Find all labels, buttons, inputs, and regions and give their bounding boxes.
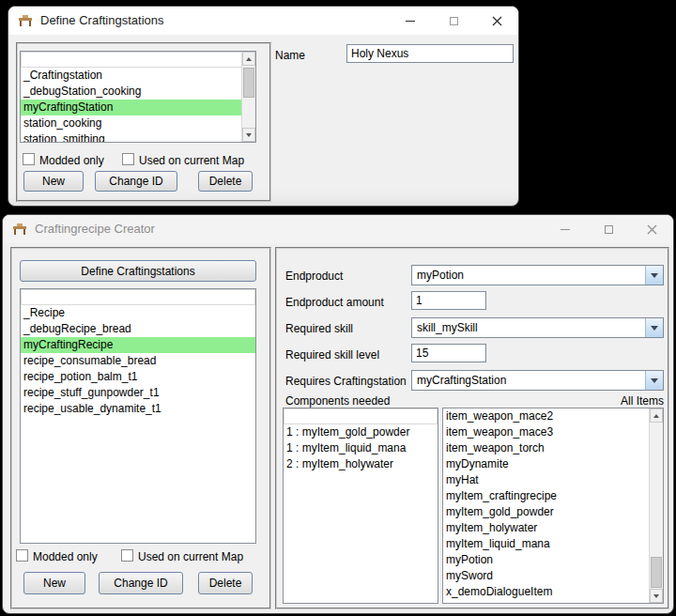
app-icon — [18, 13, 33, 28]
list-item[interactable] — [21, 52, 255, 68]
endproduct-combo[interactable]: myPotion — [411, 265, 664, 285]
scroll-down-button[interactable] — [650, 589, 663, 603]
list-item[interactable]: recipe_potion_balm_t1 — [21, 369, 255, 385]
requires-craftingstation-label: Requires Craftingstation — [285, 375, 407, 388]
list-item[interactable]: recipe_consumable_bread — [21, 353, 255, 369]
name-label: Name — [275, 49, 305, 62]
list-item[interactable]: myPotion — [443, 552, 663, 568]
endproduct-amount-label: Endproduct amount — [285, 296, 384, 309]
titlebar[interactable]: Craftingrecipe Creator — [3, 215, 673, 243]
minimize-button[interactable] — [389, 7, 432, 35]
maximize-icon — [605, 225, 613, 234]
list-item[interactable]: myHat — [443, 472, 663, 488]
close-button[interactable] — [630, 215, 673, 243]
requires-craftingstation-combo-value: myCraftingStation — [417, 371, 506, 390]
requires-craftingstation-combo[interactable]: myCraftingStation — [411, 370, 664, 391]
chevron-down-icon — [651, 326, 658, 331]
used-on-map-label: Used on current Map — [139, 154, 244, 167]
components-list[interactable]: 1 : myItem_gold_powder1 : myItem_liquid_… — [283, 408, 438, 604]
name-input[interactable] — [346, 44, 514, 63]
required-skill-combo[interactable]: skill_mySkill — [411, 317, 664, 338]
arrow-up-icon — [246, 57, 252, 61]
titlebar[interactable]: Define Craftingstations — [8, 7, 518, 35]
endproduct-amount-input[interactable] — [411, 291, 486, 310]
maximize-button[interactable] — [432, 7, 475, 35]
required-skill-level-input[interactable] — [411, 344, 486, 362]
list-item[interactable] — [284, 408, 438, 424]
list-item[interactable]: myDynamite — [443, 456, 663, 472]
components-needed-label: Components needed — [285, 394, 390, 408]
list-item[interactable]: 1 : myItem_gold_powder — [284, 424, 438, 440]
required-skill-level-label: Required skill level — [285, 348, 379, 362]
scroll-up-button[interactable] — [650, 408, 663, 423]
scrollbar-thumb[interactable] — [243, 68, 254, 98]
recipe-list[interactable]: _Recipe_debugRecipe_breadmyCraftingRecip… — [20, 288, 256, 544]
list-item[interactable]: myCraftingRecipe — [21, 337, 255, 353]
scroll-up-button[interactable] — [242, 52, 255, 66]
list-item[interactable]: recipe_usable_dynamite_t1 — [21, 401, 255, 417]
close-icon — [492, 16, 502, 26]
dropdown-button[interactable] — [645, 371, 663, 390]
change-id-button[interactable]: Change ID — [99, 572, 183, 594]
scrollbar-thumb[interactable] — [651, 557, 662, 588]
delete-button[interactable]: Delete — [198, 171, 253, 192]
list-item[interactable]: myItem_craftingrecipe — [443, 488, 663, 504]
list-item[interactable]: x_demoDialogueItem — [443, 584, 663, 600]
list-item[interactable]: _Craftingstation — [21, 68, 255, 84]
list-item[interactable]: myCraftingStation — [21, 100, 255, 116]
used-on-map-checkbox[interactable] — [121, 549, 133, 562]
vertical-scrollbar[interactable] — [241, 52, 255, 142]
endproduct-label: Endproduct — [285, 270, 343, 283]
craftingrecipe-creator-window: Craftingrecipe Creator Define Craftingst… — [2, 214, 674, 614]
list-item[interactable]: _Recipe — [21, 305, 255, 321]
all-items-list[interactable]: item_weapon_mace2item_weapon_mace3item_w… — [442, 408, 664, 604]
delete-button[interactable]: Delete — [198, 572, 253, 594]
list-item[interactable]: item_weapon_torch — [443, 440, 663, 456]
new-button[interactable]: New — [23, 572, 85, 594]
list-item[interactable]: 1 : myItem_liquid_mana — [284, 440, 438, 456]
modded-only-checkbox[interactable] — [16, 549, 28, 562]
station-list[interactable]: _Craftingstation_debugStation_cookingmyC… — [20, 51, 256, 143]
modded-only-checkbox[interactable] — [23, 153, 35, 165]
window-title: Craftingrecipe Creator — [35, 215, 155, 243]
list-item[interactable]: myItem_gold_powder — [443, 504, 663, 520]
close-button[interactable] — [475, 7, 518, 35]
close-icon — [647, 224, 657, 235]
list-item[interactable]: item_weapon_mace3 — [443, 424, 663, 440]
minimize-button[interactable] — [544, 215, 587, 243]
arrow-down-icon — [246, 133, 252, 137]
list-item[interactable]: mySword — [443, 568, 663, 584]
used-on-map-label: Used on current Map — [138, 550, 243, 563]
list-item[interactable]: myItem_liquid_mana — [443, 536, 663, 552]
list-item[interactable]: 2 : myItem_holywater — [284, 456, 438, 472]
modded-only-label: Modded only — [33, 550, 98, 563]
list-item[interactable]: recipe_stuff_gunpowder_t1 — [21, 385, 255, 401]
arrow-down-icon — [653, 594, 659, 598]
dropdown-button[interactable] — [645, 318, 663, 337]
chevron-down-icon — [651, 273, 658, 278]
define-craftingstations-button[interactable]: Define Craftingstations — [20, 260, 256, 282]
dropdown-button[interactable] — [645, 266, 663, 285]
list-item[interactable]: station_smithing — [21, 131, 255, 143]
list-item[interactable]: _debugStation_cooking — [21, 84, 255, 100]
app-icon — [12, 222, 27, 237]
list-item[interactable]: myItem_holywater — [443, 520, 663, 536]
arrow-up-icon — [653, 414, 659, 418]
required-skill-label: Required skill — [285, 322, 353, 335]
minimize-icon — [406, 21, 415, 22]
maximize-button[interactable] — [587, 215, 630, 243]
list-item[interactable]: _debugRecipe_bread — [21, 321, 255, 337]
list-item[interactable] — [21, 289, 255, 305]
vertical-scrollbar[interactable] — [649, 408, 663, 603]
scroll-down-button[interactable] — [242, 128, 255, 142]
used-on-map-checkbox[interactable] — [122, 153, 134, 165]
endproduct-combo-value: myPotion — [417, 266, 464, 285]
list-item[interactable]: item_weapon_mace2 — [443, 408, 663, 424]
define-craftingstations-window: Define Craftingstations _Craftingstation… — [8, 6, 519, 207]
modded-only-label: Modded only — [39, 154, 104, 167]
new-button[interactable]: New — [23, 171, 84, 192]
list-item[interactable]: station_cooking — [21, 116, 255, 131]
maximize-icon — [450, 17, 458, 25]
window-title: Define Craftingstations — [40, 7, 164, 35]
change-id-button[interactable]: Change ID — [95, 171, 177, 192]
